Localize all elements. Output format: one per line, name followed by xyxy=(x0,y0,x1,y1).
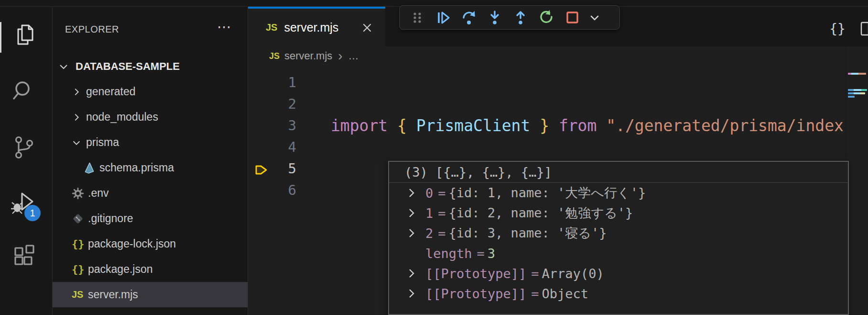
tree-item-label: .env xyxy=(88,187,108,200)
minimap[interactable] xyxy=(846,46,868,315)
popup-row-length[interactable]: length=3 xyxy=(389,243,848,263)
popup-row-prototype-array[interactable]: [[Prototype]]=Array(0) xyxy=(389,263,848,283)
chevron-right-icon[interactable] xyxy=(407,207,425,219)
tree-item-label: node_modules xyxy=(86,111,158,124)
popup-row-1[interactable]: 1={id: 2, name: '勉強する'} xyxy=(389,203,848,223)
chevron-right-icon[interactable] xyxy=(407,227,425,239)
line-number: 4 xyxy=(248,136,296,158)
line-number: 3 xyxy=(248,115,296,136)
extensions-icon xyxy=(11,243,36,268)
continue-button[interactable] xyxy=(430,8,456,28)
minimap-line xyxy=(848,92,865,94)
split-editor-icon[interactable] xyxy=(858,18,868,39)
activity-source-control-button[interactable] xyxy=(11,134,37,161)
activity-bar: 1 xyxy=(0,7,53,315)
tree-item-label: .gitignore xyxy=(88,212,133,225)
tree-item-label: package-lock.json xyxy=(88,237,176,250)
search-icon xyxy=(11,79,36,103)
drag-handle-icon[interactable] xyxy=(404,8,430,28)
stop-button[interactable] xyxy=(559,8,585,28)
breadcrumb[interactable]: JS server.mjs › … xyxy=(248,46,845,66)
activity-search-button[interactable] xyxy=(11,78,37,104)
tree-item-server-mjs[interactable]: JS server.mjs xyxy=(53,282,248,307)
tree-item-label: prisma xyxy=(86,136,119,149)
tree-item-label: schema.prisma xyxy=(99,161,174,174)
debug-badge: 1 xyxy=(24,205,41,221)
explorer-sidebar: EXPLORER ⋯ DATABASE-SAMPLE generated nod… xyxy=(53,7,248,315)
json-icon: {} xyxy=(72,263,85,275)
tree-item-env[interactable]: .env xyxy=(53,180,248,206)
files-icon xyxy=(11,22,36,47)
chevron-right-icon[interactable] xyxy=(407,268,425,279)
gear-icon xyxy=(72,187,88,200)
chevron-down-icon xyxy=(72,138,86,147)
breadcrumb-symbol[interactable]: … xyxy=(348,50,359,62)
source-control-icon xyxy=(11,135,36,160)
tree-item-gitignore[interactable]: .gitignore xyxy=(53,206,248,231)
tree-item-package-json[interactable]: {} package.json xyxy=(53,257,248,282)
active-indicator xyxy=(0,22,1,53)
prisma-file-icon xyxy=(83,162,99,174)
tree-item-package-lock[interactable]: {} package-lock.json xyxy=(53,231,248,257)
popup-row-0[interactable]: 0={id: 1, name: '大学へ行く'} xyxy=(389,183,848,203)
minimap-line xyxy=(848,73,866,75)
chevron-right-icon: › xyxy=(338,48,342,64)
line-number: 1 xyxy=(248,72,296,93)
sidebar-header: EXPLORER ⋯ xyxy=(53,17,248,44)
sticky-scroll-braces-button[interactable]: {} xyxy=(827,18,848,39)
tree-item-node-modules[interactable]: node_modules xyxy=(53,104,248,130)
restart-button[interactable] xyxy=(533,8,559,28)
sidebar-title: EXPLORER xyxy=(65,24,119,35)
js-icon: JS xyxy=(269,51,280,61)
line-number: 6 xyxy=(248,180,296,201)
git-icon xyxy=(72,213,88,225)
popup-summary: (3) [{…}, {…}, {…}] xyxy=(389,162,848,183)
step-out-button[interactable] xyxy=(508,8,533,28)
chevron-down-icon xyxy=(58,61,73,72)
chevron-right-icon[interactable] xyxy=(407,187,425,199)
json-icon: {} xyxy=(72,238,85,250)
tree-item-prisma[interactable]: prisma xyxy=(53,130,248,155)
minimap-line xyxy=(848,89,867,91)
tree-item-label: generated xyxy=(86,85,136,98)
editor-gutter: 1 2 3 4 5 6 xyxy=(248,72,296,201)
explorer-more-actions-button[interactable]: ⋯ xyxy=(217,18,231,35)
vscode-window: 1 EXPLORER ⋯ DATABASE-SAMPLE xyxy=(0,0,868,315)
debug-hover-popup: (3) [{…}, {…}, {…}] 0={id: 1, name: '大学へ… xyxy=(388,161,849,315)
step-over-button[interactable] xyxy=(456,8,482,28)
minimap-line xyxy=(848,96,855,98)
tab-label: server.mjs xyxy=(284,21,338,34)
popup-row-2[interactable]: 2={id: 3, name: '寝る'} xyxy=(389,223,848,243)
code-line-1: import { PrismaClient } from "./generate… xyxy=(331,115,845,136)
debug-current-line-arrow-icon xyxy=(254,162,270,178)
activity-extensions-button[interactable] xyxy=(11,242,37,269)
debug-toolbar xyxy=(399,5,620,30)
chevron-right-icon[interactable] xyxy=(407,288,425,299)
workspace-label: DATABASE-SAMPLE xyxy=(76,60,180,73)
tab-server-mjs[interactable]: JS server.mjs xyxy=(248,7,385,46)
js-icon: JS xyxy=(72,289,83,300)
spacer xyxy=(407,248,425,259)
js-icon: JS xyxy=(266,22,277,33)
chevron-right-icon xyxy=(72,112,86,122)
tree-item-generated[interactable]: generated xyxy=(53,79,248,104)
breadcrumb-file[interactable]: server.mjs xyxy=(284,50,332,62)
popup-row-prototype-object[interactable]: [[Prototype]]=Object xyxy=(389,283,848,304)
tree-item-schema-prisma[interactable]: schema.prisma xyxy=(53,155,248,180)
line-number: 2 xyxy=(248,93,296,115)
close-icon[interactable] xyxy=(360,21,374,34)
chevron-down-icon[interactable] xyxy=(585,8,604,28)
chevron-right-icon xyxy=(72,87,86,97)
activity-explorer-button[interactable] xyxy=(11,21,37,48)
workspace-root-row[interactable]: DATABASE-SAMPLE xyxy=(53,54,248,79)
tree-item-label: server.mjs xyxy=(88,288,138,301)
step-into-button[interactable] xyxy=(482,8,508,28)
tree-item-label: package.json xyxy=(88,263,153,276)
